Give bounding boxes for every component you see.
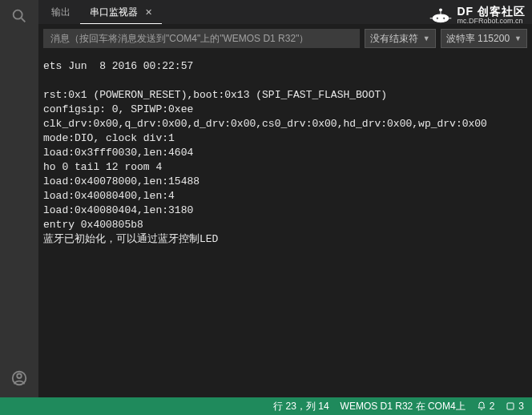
line-ending-value: 没有结束符 (370, 32, 418, 46)
logo-brand: DF 创客社区 (457, 6, 526, 16)
svg-point-6 (443, 17, 445, 19)
chevron-down-icon: ▼ (423, 34, 430, 42)
status-cursor[interactable]: 行 23，列 14 (273, 400, 328, 413)
status-bar: 行 23，列 14 WEMOS D1 R32 在 COM4上 2 3 (0, 397, 532, 415)
bell-icon (477, 401, 486, 411)
svg-point-0 (14, 10, 22, 19)
account-icon[interactable] (8, 367, 30, 389)
svg-point-3 (17, 374, 22, 379)
panel-tabs: 输出 串口监视器 ✕ (38, 0, 532, 24)
svg-line-1 (22, 18, 26, 22)
watermark-logo: DF 创客社区 mc.DFRobot.com.cn (429, 6, 526, 26)
serial-message-input[interactable] (43, 29, 360, 48)
status-board[interactable]: WEMOS D1 R32 在 COM4上 (341, 400, 466, 413)
activity-bar (0, 0, 38, 397)
baud-rate-value: 波特率 115200 (446, 32, 510, 46)
svg-point-8 (440, 9, 442, 11)
notification-count: 2 (490, 401, 495, 412)
chevron-down-icon: ▼ (514, 34, 522, 42)
baud-rate-select[interactable]: 波特率 115200 ▼ (441, 29, 527, 48)
svg-point-5 (437, 17, 439, 19)
close-circle-icon (506, 401, 515, 411)
line-ending-select[interactable]: 没有结束符 ▼ (365, 29, 436, 48)
serial-output[interactable]: ets Jun 8 2016 00:22:57 rst:0x1 (POWERON… (38, 53, 532, 397)
status-extra-count: 3 (518, 401, 524, 412)
status-extra[interactable]: 3 (506, 401, 524, 412)
tab-output-label: 输出 (51, 6, 71, 18)
search-icon[interactable] (8, 5, 30, 27)
status-notifications[interactable]: 2 (477, 401, 495, 412)
svg-rect-11 (507, 403, 514, 409)
tab-serial-label: 串口监视器 (90, 6, 138, 18)
tab-output[interactable]: 输出 (42, 1, 80, 24)
svg-point-4 (433, 14, 449, 22)
tab-serial-monitor[interactable]: 串口监视器 ✕ (80, 1, 162, 24)
serial-controls: 没有结束符 ▼ 波特率 115200 ▼ (38, 24, 532, 53)
close-icon[interactable]: ✕ (145, 7, 152, 17)
